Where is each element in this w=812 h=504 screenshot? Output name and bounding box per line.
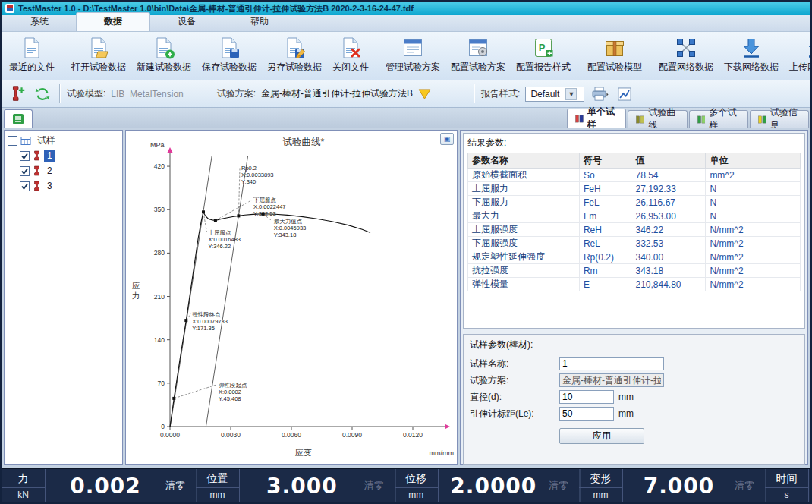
tab-sample-list[interactable] <box>4 109 33 128</box>
results-column-header: 值 <box>631 153 706 169</box>
add-specimen-button[interactable] <box>8 84 27 104</box>
clear-button[interactable]: 清零 <box>364 479 393 493</box>
report-style-label: 报告样式: <box>481 87 520 100</box>
network-config-button[interactable]: 配置网络数据 <box>653 33 719 78</box>
table-row[interactable]: 下屈服力FeL26,116.67N <box>468 196 801 209</box>
checkbox-icon[interactable] <box>20 166 30 176</box>
config-scheme-button[interactable]: 配置试验方案 <box>445 33 511 78</box>
chart-maximize-button[interactable]: ▣ <box>440 133 454 145</box>
tab-0[interactable]: 单个试样 <box>567 109 626 128</box>
svg-text:力: 力 <box>132 291 140 300</box>
tree-item[interactable]: 2 <box>6 163 121 178</box>
clear-button[interactable]: 清零 <box>165 479 194 493</box>
recent-file-icon <box>20 36 43 59</box>
status-segment-2: 位移mm2.0000清零 <box>395 469 579 502</box>
close-file-icon <box>339 36 362 59</box>
svg-text:Y:171.35: Y:171.35 <box>192 325 215 332</box>
save-as-button[interactable]: 另存试验数据 <box>262 33 327 78</box>
tab-icon <box>697 115 706 124</box>
table-row[interactable]: 抗拉强度Rm343.18N/mm^2 <box>468 264 801 278</box>
menubar: 系统数据设备帮助 <box>2 15 810 32</box>
checkbox-icon[interactable] <box>20 181 30 191</box>
svg-text:420: 420 <box>154 162 165 170</box>
specimen-name-input[interactable] <box>559 357 664 370</box>
manage-scheme-button[interactable]: 管理试验方案 <box>380 33 445 78</box>
channel-value: 2.0000 <box>439 474 549 499</box>
diameter-label: 直径(d): <box>470 391 559 404</box>
close-file-button[interactable]: 关闭文件 <box>327 33 374 78</box>
svg-text:上屈服点: 上屈服点 <box>209 229 232 236</box>
tab-icon <box>636 115 644 124</box>
svg-text:P: P <box>539 42 546 53</box>
svg-text:X:0.0002: X:0.0002 <box>219 389 241 395</box>
report-chart-button[interactable] <box>615 84 634 104</box>
diameter-input[interactable] <box>559 390 614 404</box>
report-style-select[interactable]: Default ▼ <box>525 87 584 102</box>
open-file-button[interactable]: 打开试验数据 <box>66 33 131 78</box>
svg-text:0: 0 <box>161 423 165 430</box>
app-icon <box>5 4 14 13</box>
status-segment-0: 力kN0.002清零 <box>2 469 196 502</box>
svg-text:X:0.0022447: X:0.0022447 <box>253 203 286 210</box>
tree-item[interactable]: 3 <box>6 178 121 194</box>
menu-tab[interactable]: 设备 <box>150 13 223 31</box>
channel-value: 7.000 <box>623 474 735 499</box>
model-button[interactable]: 配置试验模型 <box>582 33 647 78</box>
tab-2[interactable]: 多个试样 <box>689 110 748 128</box>
warning-icon[interactable] <box>418 89 431 99</box>
channel-label: 力kN <box>2 469 46 502</box>
new-file-icon <box>153 36 175 59</box>
results-column-header: 单位 <box>706 153 801 169</box>
recent-file-button[interactable]: 最近的文件 <box>4 33 60 78</box>
gauge-length-label: 引伸计标距(Le): <box>470 408 559 421</box>
sample-tree: 试样123 <box>4 130 123 465</box>
table-row[interactable]: 原始横截面积So78.54mm^2 <box>468 169 801 182</box>
table-row[interactable]: 弹性模量E210,844.80N/mm^2 <box>468 278 801 291</box>
refresh-button[interactable] <box>33 84 52 104</box>
scheme-label: 试验方案: <box>217 87 256 100</box>
new-file-button[interactable]: 新建试验数据 <box>131 33 197 78</box>
table-row[interactable]: 下屈服强度ReL332.53N/mm^2 <box>468 237 801 250</box>
right-tabs: 单个试样试验曲线多个试样试验信息 <box>567 109 810 128</box>
menu-tab[interactable]: 帮助 <box>223 13 296 31</box>
gauge-length-input[interactable] <box>559 407 614 421</box>
svg-text:Y:332.53: Y:332.53 <box>253 210 276 217</box>
menu-tab[interactable]: 系统 <box>3 13 76 31</box>
table-row[interactable]: 上屈服强度ReH346.22N/mm^2 <box>468 223 801 237</box>
checkbox-icon[interactable] <box>20 151 30 161</box>
clear-button[interactable]: 清零 <box>549 479 578 493</box>
svg-text:Y:346.22: Y:346.22 <box>209 243 231 250</box>
tree-item[interactable]: 1 <box>6 148 121 163</box>
print-button[interactable] <box>590 84 609 104</box>
report-style-value: Default <box>530 89 559 99</box>
tab-strip: 单个试样试验曲线多个试样试验信息 <box>2 108 810 128</box>
config-scheme-icon <box>467 36 489 59</box>
tab-3[interactable]: 试验信息 <box>750 110 809 128</box>
table-row[interactable]: 最大力Fm26,953.00N <box>468 209 801 223</box>
clear-button[interactable]: 清零 <box>735 479 763 493</box>
channel-label: 位移mm <box>395 469 439 502</box>
main-toolbar: 最近的文件打开试验数据新建试验数据保存试验数据另存试验数据关闭文件管理试验方案配… <box>2 32 810 80</box>
svg-text:0.0120: 0.0120 <box>403 431 423 439</box>
svg-text:280: 280 <box>154 249 165 257</box>
save-file-button[interactable]: 保存试验数据 <box>197 33 262 78</box>
svg-text:Y:343.18: Y:343.18 <box>274 232 297 238</box>
checkbox-icon[interactable] <box>8 136 17 146</box>
specimen-name-label: 试样名称: <box>470 358 559 370</box>
table-row[interactable]: 规定塑性延伸强度Rp(0.2)340.00N/mm^2 <box>468 250 801 264</box>
tab-1[interactable]: 试验曲线 <box>628 110 687 128</box>
apply-button[interactable]: 应用 <box>559 428 644 444</box>
printer-icon <box>590 85 609 103</box>
sample-list-icon <box>12 113 24 125</box>
upload-button[interactable]: 上传网络数据 <box>784 33 812 78</box>
download-button[interactable]: 下载网络数据 <box>719 33 784 78</box>
toolbar-separator <box>59 84 60 103</box>
model-label: 试验模型: <box>67 87 105 100</box>
table-row[interactable]: 上屈服力FeH27,192.33N <box>468 182 801 196</box>
params-title: 试样参数(棒材): <box>470 339 798 351</box>
tree-root[interactable]: 试样 <box>6 133 121 148</box>
report-style-button[interactable]: P配置报告样式 <box>511 33 576 78</box>
diameter-unit: mm <box>618 392 634 402</box>
refresh-icon <box>34 86 51 102</box>
menu-tab[interactable]: 数据 <box>76 12 150 31</box>
